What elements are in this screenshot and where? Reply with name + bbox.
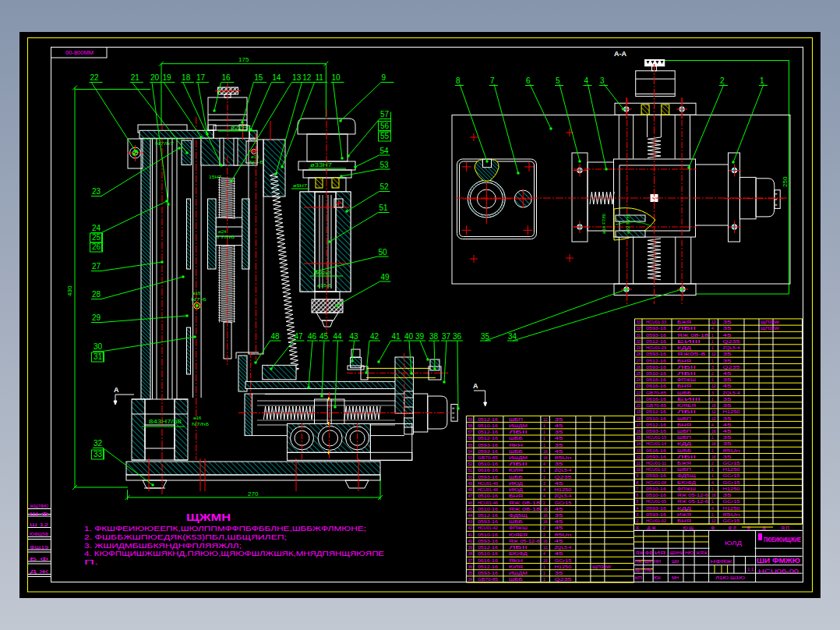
svg-text:N7/h6: N7/h6 <box>192 422 210 426</box>
svg-text:35: 35 <box>723 320 732 324</box>
svg-text:1: 1 <box>543 430 545 434</box>
svg-text:GCr15: GCr15 <box>723 499 740 504</box>
svg-text:19: 19 <box>163 73 172 82</box>
svg-text:ФД5Щ: ФД5Щ <box>677 473 696 478</box>
svg-text:47: 47 <box>295 332 304 341</box>
svg-text:GB70-85: GB70-85 <box>478 577 498 582</box>
svg-text:ШБП: ШБП <box>677 429 691 434</box>
svg-text:35: 35 <box>723 441 732 446</box>
svg-text:40: 40 <box>468 539 472 543</box>
svg-text:35: 35 <box>554 430 563 434</box>
svg-text:Q235: Q235 <box>554 577 571 582</box>
svg-text:0512-16: 0512-16 <box>646 409 666 414</box>
svg-text:56: 56 <box>380 122 390 130</box>
svg-text:45: 45 <box>554 519 563 524</box>
svg-text:0512-16: 0512-16 <box>478 430 498 434</box>
svg-text:0510-16: 0510-16 <box>646 493 666 497</box>
svg-text:HCU01-05: HCU01-05 <box>646 499 666 504</box>
svg-text:ø16 F7/f6: ø16 F7/f6 <box>602 214 606 234</box>
svg-text:HCU01-46: HCU01-46 <box>478 501 498 505</box>
svg-text:ЛФ: ЛФ <box>644 568 651 572</box>
svg-text:ЮЛЯ: ЮЛЯ <box>509 468 523 472</box>
svg-text:10: 10 <box>332 73 341 82</box>
svg-text:46: 46 <box>468 501 472 505</box>
svg-text:0593-16: 0593-16 <box>478 449 498 454</box>
svg-text:4: 4 <box>543 462 545 466</box>
svg-text:ЯЖ05-8: ЯЖ05-8 <box>677 352 705 356</box>
svg-text:ЩП3kW: ЩП3kW <box>761 327 780 331</box>
svg-text:15H7: 15H7 <box>209 175 222 179</box>
svg-text:0593-16: 0593-16 <box>646 429 666 434</box>
svg-text:ПЮЕИЮИЩЖИЕ: ПЮЕИЮИЩЖИЕ <box>764 536 801 543</box>
svg-text:0593-16: 0593-16 <box>478 571 498 575</box>
svg-text:35: 35 <box>481 332 490 341</box>
svg-text:57: 57 <box>468 430 472 434</box>
svg-text:1: 1 <box>711 467 714 472</box>
svg-text:2: 2 <box>720 76 725 85</box>
svg-text:0510-16: 0510-16 <box>478 462 498 466</box>
svg-text:0593-16: 0593-16 <box>646 512 666 517</box>
svg-text:1: 1 <box>711 448 714 453</box>
svg-text:45: 45 <box>723 429 732 434</box>
svg-text:3: 3 <box>600 76 605 85</box>
svg-text:ИШДМ: ИШДМ <box>509 571 528 575</box>
svg-text:НФЯЖ: НФЯЖ <box>711 559 733 564</box>
svg-text:0512-16: 0512-16 <box>646 359 666 363</box>
svg-text:17: 17 <box>196 73 206 82</box>
svg-text:20: 20 <box>637 403 641 408</box>
svg-text:16: 16 <box>543 455 548 460</box>
svg-text:ШББ: ШББ <box>677 391 692 395</box>
svg-text:БЖЯ: БЖЯ <box>677 320 691 324</box>
svg-text:HCU01-14: HCU01-14 <box>646 441 666 446</box>
svg-text:4: 4 <box>637 506 639 511</box>
svg-text:30: 30 <box>94 342 103 351</box>
svg-text:45: 45 <box>723 423 732 427</box>
svg-text:ЖЯЖ: ЖЯЖ <box>696 550 708 555</box>
svg-text:13: 13 <box>637 448 641 453</box>
svg-text:БНЯ: БНЯ <box>677 519 691 523</box>
svg-text:12: 12 <box>711 416 716 421</box>
svg-text:0593-16: 0593-16 <box>478 519 498 524</box>
svg-text:2: 2 <box>637 519 639 523</box>
svg-text:1: 1 <box>711 333 714 338</box>
svg-text:40: 40 <box>404 332 414 341</box>
svg-text:55: 55 <box>380 132 390 140</box>
svg-text:БНЯ: БНЯ <box>677 359 691 363</box>
svg-text:ЩП: ЩП <box>635 568 642 572</box>
svg-text:4: 4 <box>711 480 714 485</box>
svg-text:ФФ: ФФ <box>645 550 653 555</box>
svg-text:8: 8 <box>456 76 461 85</box>
svg-text:52: 52 <box>380 182 390 191</box>
svg-text:0593-16: 0593-16 <box>646 326 666 331</box>
svg-text:0593-16: 0593-16 <box>646 473 666 478</box>
svg-text:42: 42 <box>468 526 472 530</box>
svg-text:ø16: ø16 <box>251 154 259 159</box>
svg-text:39: 39 <box>468 545 472 550</box>
svg-text:35: 35 <box>723 397 732 402</box>
svg-text:КДД: КДД <box>677 441 692 446</box>
svg-text:35: 35 <box>723 435 732 440</box>
svg-text:85Un: 85Un <box>723 448 740 453</box>
svg-text:33: 33 <box>94 450 103 458</box>
svg-text:ЛБII: ЛБII <box>677 409 696 414</box>
svg-text:00-800MM: 00-800MM <box>65 50 94 55</box>
svg-text:12: 12 <box>711 384 716 388</box>
svg-text:85Un: 85Un <box>554 533 571 537</box>
svg-text:35: 35 <box>723 403 732 408</box>
svg-text:0510-16: 0510-16 <box>478 494 498 498</box>
svg-text:ШББ: ШББ <box>509 475 524 480</box>
svg-text:14: 14 <box>272 73 281 82</box>
svg-text:35: 35 <box>723 352 732 356</box>
svg-text:49: 49 <box>468 481 472 486</box>
svg-text:0593-16: 0593-16 <box>646 333 666 338</box>
svg-text:2: 2 <box>543 533 545 537</box>
svg-text:35: 35 <box>723 455 732 459</box>
svg-text:ЩЕМНЖ: ЩЕМНЖ <box>669 550 683 555</box>
svg-text:ЛБII: ЛБII <box>509 430 528 434</box>
svg-text:ø32k7: ø32k7 <box>316 271 332 275</box>
svg-text:0510-16: 0510-16 <box>646 416 666 421</box>
svg-text:270: 270 <box>248 490 259 497</box>
svg-text:11: 11 <box>315 73 323 82</box>
svg-text:ШББ: ШББ <box>509 519 524 524</box>
svg-text:0593-16: 0593-16 <box>646 352 666 356</box>
